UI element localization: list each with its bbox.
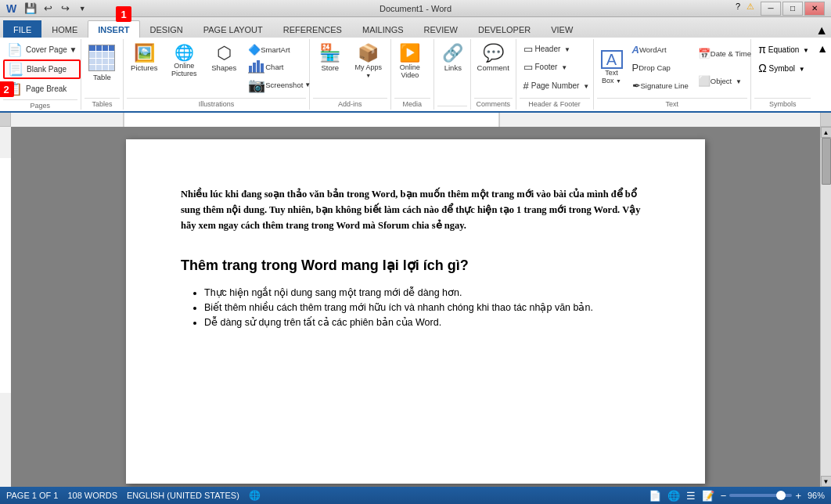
textbox-button[interactable]: A TextBox ▼ (597, 41, 627, 94)
tab-file[interactable]: FILE (3, 20, 41, 38)
cover-page-button[interactable]: 📄 Cover Page ▼ (3, 41, 81, 59)
text-group-label: Text (597, 98, 748, 108)
blank-page-icon: 📃 (8, 62, 23, 77)
signature-icon: ✒ (632, 80, 641, 92)
comment-icon: 💬 (483, 43, 504, 63)
tab-insert[interactable]: INSERT (88, 20, 139, 38)
close-button[interactable]: ✕ (804, 2, 825, 16)
datetime-icon: 📅 (698, 48, 710, 59)
slider-track[interactable] (729, 494, 792, 497)
view-draft-icon[interactable]: 📝 (702, 490, 714, 502)
illustrations-group-content: 🖼️ Pictures 🌐 OnlinePictures ⬡ Shapes 🔷 (127, 41, 306, 96)
collapse-ribbon-button[interactable]: ▲ (815, 23, 828, 38)
object-button[interactable]: ⬜ Object ▼ (694, 73, 755, 88)
blank-page-button[interactable]: 📃 Blank Page (3, 59, 81, 79)
tab-view[interactable]: VIEW (541, 20, 583, 38)
shapes-icon: ⬡ (217, 43, 232, 63)
pictures-icon: 🖼️ (134, 43, 155, 63)
save-button[interactable]: 💾 (23, 2, 38, 16)
zoom-level[interactable]: 96% (808, 491, 825, 500)
page-number-button[interactable]: # Page Number ▼ (520, 78, 594, 93)
status-bar: PAGE 1 OF 1 108 WORDS ENGLISH (UNITED ST… (0, 487, 831, 504)
screenshot-icon: 📷 (248, 77, 265, 94)
wordart-icon: A (632, 44, 639, 56)
tab-page-layout[interactable]: PAGE LAYOUT (193, 20, 273, 38)
comments-group-content: 💬 Comment (474, 41, 513, 96)
dropcap-button[interactable]: P Drop Cap (628, 59, 692, 75)
view-print-icon[interactable]: 📄 (649, 490, 661, 502)
symbols-group-content: π Equation ▼ Ω Symbol ▼ (754, 41, 811, 96)
tab-review[interactable]: REVIEW (414, 20, 468, 38)
tab-references[interactable]: REFERENCES (273, 20, 352, 38)
links-icon: 🔗 (442, 43, 463, 63)
media-group-content: ▶️ OnlineVideo (394, 41, 430, 96)
svg-rect-1 (253, 63, 256, 73)
minimize-button[interactable]: ─ (761, 2, 781, 16)
zoom-in-button[interactable]: + (795, 490, 801, 502)
online-pictures-button[interactable]: 🌐 OnlinePictures (164, 41, 203, 94)
my-apps-icon: 📦 (358, 43, 379, 63)
online-video-button[interactable]: ▶️ OnlineVideo (394, 41, 426, 94)
dropcap-icon: P (632, 62, 639, 74)
status-bar-right: 📄 🌐 ☰ 📝 − + 96% (649, 490, 825, 502)
word-icon: W (6, 2, 16, 15)
ruler-svg (22, 113, 820, 127)
help-button[interactable]: ? (731, 2, 745, 16)
store-button[interactable]: 🏪 Store (313, 41, 347, 94)
page-number-icon: # (523, 80, 529, 92)
signature-button[interactable]: ✒ Signature Line (628, 77, 692, 93)
table-button[interactable]: Table (85, 41, 121, 94)
page-break-button[interactable]: 📋 Page Break (3, 80, 81, 98)
bullet-item-1: Thực hiện ngắt nội dung sang một trang m… (204, 286, 650, 298)
main-area: Nhiều lúc khi đang soạn thảo văn bản tro… (0, 127, 831, 487)
scroll-thumb[interactable] (822, 138, 831, 185)
redo-button[interactable]: ↪ (57, 2, 73, 16)
alert-icon: ⚠ (746, 2, 754, 16)
ribbon-group-addins: 🏪 Store 📦 My Apps ▼ Add-ins (310, 39, 391, 110)
equation-button[interactable]: π Equation ▼ (754, 41, 813, 58)
pictures-button[interactable]: 🖼️ Pictures (127, 41, 161, 94)
zoom-out-button[interactable]: − (721, 490, 727, 502)
scroll-track[interactable] (821, 138, 832, 476)
ruler-corner (0, 113, 11, 127)
screenshot-button[interactable]: 📷 Screenshot ▼ (244, 77, 315, 93)
tab-mailings[interactable]: MAILINGS (352, 20, 414, 38)
header-button[interactable]: ▭ Header ▼ (520, 41, 594, 56)
datetime-button[interactable]: 📅 Date & Time (694, 46, 755, 62)
maximize-button[interactable]: □ (782, 2, 803, 16)
view-outline-icon[interactable]: ☰ (686, 490, 696, 502)
ruler-area (0, 113, 831, 127)
svg-rect-2 (257, 60, 260, 73)
annotation-1: 1 (116, 6, 131, 22)
footer-button[interactable]: ▭ Footer ▼ (520, 59, 594, 74)
title-bar-left: W 💾 ↩ ↪ ▼ 1 (6, 2, 90, 16)
object-icon: ⬜ (698, 75, 710, 87)
header-footer-group-content: ▭ Header ▼ ▭ Footer ▼ # Page Number ▼ (520, 41, 590, 96)
slider-thumb[interactable] (776, 491, 786, 500)
scroll-down-button[interactable]: ▼ (821, 476, 832, 487)
ribbon-group-links: 🔗 Links (434, 39, 471, 110)
zoom-slider: − + (721, 490, 801, 502)
symbol-button[interactable]: Ω Symbol ▼ (754, 59, 813, 77)
quick-access-toolbar: 💾 ↩ ↪ ▼ (23, 2, 90, 16)
tab-design[interactable]: DESIGN (140, 20, 193, 38)
shapes-button[interactable]: ⬡ Shapes (207, 41, 241, 94)
media-group-label: Media (394, 98, 430, 108)
qat-dropdown[interactable]: ▼ (74, 2, 90, 16)
ribbon-scroll-up[interactable]: ▲ (817, 42, 828, 55)
header-icon: ▭ (523, 43, 533, 55)
view-web-icon[interactable]: 🌐 (667, 490, 680, 502)
document-scroll-area[interactable]: Nhiều lúc khi đang soạn thảo văn bản tro… (11, 127, 820, 487)
scroll-up-button[interactable]: ▲ (821, 127, 832, 138)
my-apps-button[interactable]: 📦 My Apps ▼ (349, 41, 388, 94)
ribbon-group-pages: 2 📄 Cover Page ▼ 📃 Blank Page 📋 Page Bre… (0, 39, 81, 110)
chart-button[interactable]: Chart (244, 59, 315, 75)
comment-button[interactable]: 💬 Comment (474, 41, 513, 94)
smartart-button[interactable]: 🔷 SmartArt (244, 41, 315, 57)
links-button[interactable]: 🔗 Links (437, 41, 469, 94)
tab-home[interactable]: HOME (41, 20, 88, 38)
tab-developer[interactable]: DEVELOPER (468, 20, 541, 38)
page-heading: Thêm trang trong Word mang lại lợi ích g… (181, 257, 650, 274)
undo-button[interactable]: ↩ (40, 2, 56, 16)
wordart-button[interactable]: A WordArt (628, 41, 692, 57)
